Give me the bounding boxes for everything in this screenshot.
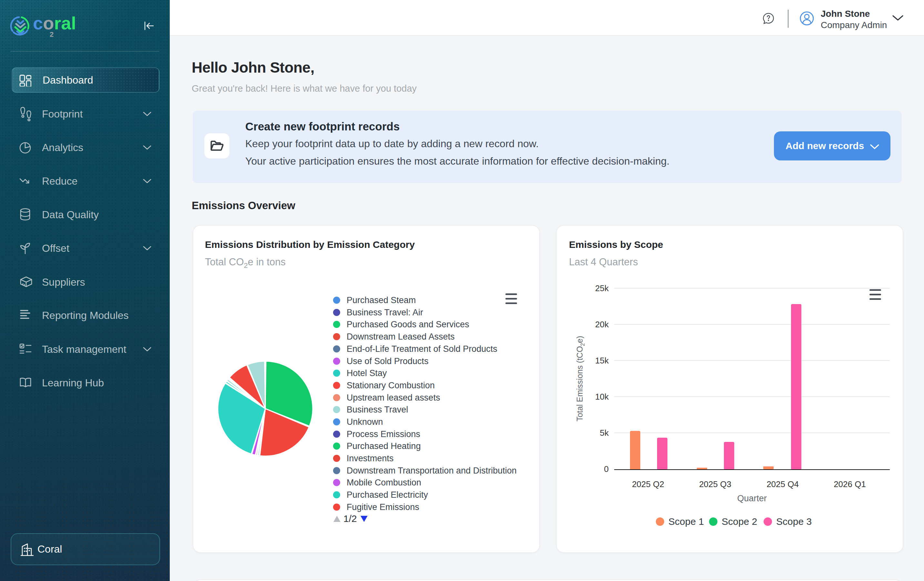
svg-text:2025 Q2: 2025 Q2 (632, 479, 664, 489)
svg-text:15k: 15k (595, 356, 609, 365)
svg-text:5k: 5k (600, 428, 609, 438)
svg-text:25k: 25k (595, 283, 609, 293)
svg-text:Scope 2: Scope 2 (722, 516, 757, 527)
svg-text:10k: 10k (595, 392, 609, 401)
svg-text:Scope 3: Scope 3 (776, 516, 812, 527)
svg-text:Total Emissions (tCO2e): Total Emissions (tCO2e) (575, 336, 586, 421)
svg-text:Scope 1: Scope 1 (668, 516, 704, 527)
svg-text:Quarter: Quarter (737, 494, 767, 503)
svg-text:2026 Q1: 2026 Q1 (833, 479, 866, 489)
svg-text:2025 Q4: 2025 Q4 (767, 479, 799, 489)
svg-text:0: 0 (604, 464, 609, 474)
svg-text:2025 Q3: 2025 Q3 (699, 479, 731, 489)
svg-text:20k: 20k (595, 320, 609, 329)
